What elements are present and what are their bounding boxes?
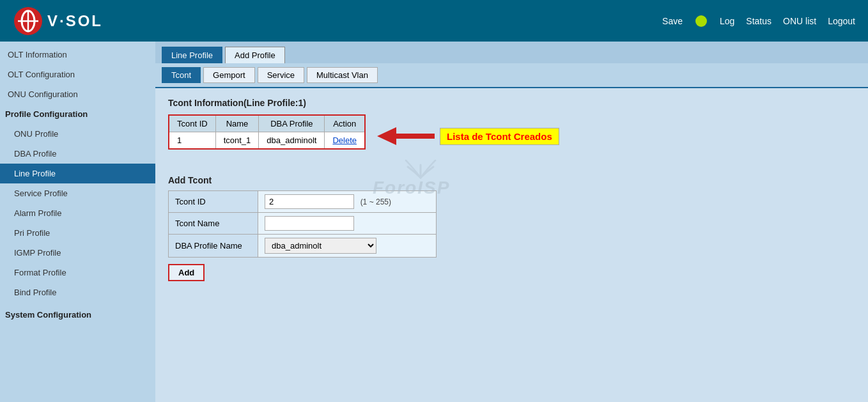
tab-add-profile[interactable]: Add Profile xyxy=(225,47,285,63)
cell-name: tcont_1 xyxy=(215,132,259,150)
header-nav: Log Status ONU list Logout xyxy=(720,16,855,26)
delete-link[interactable]: Delete xyxy=(332,135,357,145)
subtabs-bar: Tcont Gemport Service Multicast Vlan xyxy=(155,63,868,88)
annotation-label: Lista de Tcont Creados xyxy=(440,128,559,145)
save-button[interactable]: Save xyxy=(662,16,683,26)
status-indicator xyxy=(695,15,707,27)
top-tabs-bar: Line Profile Add Profile xyxy=(155,42,868,63)
add-tcont-title: Add Tcont xyxy=(168,175,855,185)
col-dba-profile: DBA Profile xyxy=(259,115,325,132)
sidebar-item-olt-information[interactable]: OLT Information xyxy=(0,45,155,65)
col-action: Action xyxy=(325,115,365,132)
add-tcont-form: Tcont ID (1 ~ 255) Tcont Name DBA Pr xyxy=(168,190,437,258)
arrow-icon xyxy=(377,126,435,146)
cell-tcont-id: 1 xyxy=(169,132,215,150)
annotation-group: Lista de Tcont Creados xyxy=(377,126,559,146)
sidebar-item-onu-profile[interactable]: ONU Profile xyxy=(0,124,155,144)
col-name: Name xyxy=(215,115,259,132)
sidebar-item-system-configuration[interactable]: System Configuration xyxy=(0,305,155,325)
log-link[interactable]: Log xyxy=(720,16,734,26)
form-row-tcont-id: Tcont ID (1 ~ 255) xyxy=(169,191,437,213)
tcont-info-title: Tcont Information(Line Profile:1) xyxy=(168,98,855,108)
subtab-tcont[interactable]: Tcont xyxy=(162,67,201,83)
sidebar-item-dba-profile[interactable]: DBA Profile xyxy=(0,144,155,164)
table-row: 1 tcont_1 dba_adminolt Delete xyxy=(169,132,365,150)
tcont-table: Tcont ID Name DBA Profile Action 1 tcont… xyxy=(168,114,366,150)
cell-dba-profile-select: dba_adminolt xyxy=(258,235,437,258)
sidebar: OLT Information OLT Configuration ONU Co… xyxy=(0,42,155,402)
brand-text: V·SOL xyxy=(47,12,103,30)
cell-tcont-id-input: (1 ~ 255) xyxy=(258,191,437,213)
status-link[interactable]: Status xyxy=(746,16,771,26)
label-tcont-name: Tcont Name xyxy=(169,213,258,235)
tcont-id-range-hint: (1 ~ 255) xyxy=(360,197,391,206)
vsol-logo-icon xyxy=(13,6,43,36)
sidebar-item-onu-configuration[interactable]: ONU Configuration xyxy=(0,84,155,104)
label-dba-profile-name: DBA Profile Name xyxy=(169,235,258,258)
onu-list-link[interactable]: ONU list xyxy=(783,16,816,26)
main-layout: OLT Information OLT Configuration ONU Co… xyxy=(0,42,868,402)
tcont-id-input[interactable] xyxy=(265,194,354,209)
sidebar-item-igmp-profile[interactable]: IGMP Profile xyxy=(0,243,155,263)
header: V·SOL Save Log Status ONU list Logout xyxy=(0,0,868,42)
sidebar-item-alarm-profile[interactable]: Alarm Profile xyxy=(0,203,155,223)
sidebar-item-bind-profile[interactable]: Bind Profile xyxy=(0,282,155,302)
add-button[interactable]: Add xyxy=(168,264,205,281)
subtab-multicast-vlan[interactable]: Multicast Vlan xyxy=(307,67,378,83)
svg-marker-4 xyxy=(377,127,435,145)
cell-tcont-name-input xyxy=(258,213,437,235)
tcont-name-input[interactable] xyxy=(265,216,354,231)
cell-dba-profile: dba_adminolt xyxy=(259,132,325,150)
sidebar-section-profile: Profile Configuration xyxy=(0,104,155,124)
form-row-dba-profile: DBA Profile Name dba_adminolt xyxy=(169,235,437,258)
col-tcont-id: Tcont ID xyxy=(169,115,215,132)
subtab-gemport[interactable]: Gemport xyxy=(203,67,255,83)
form-row-tcont-name: Tcont Name xyxy=(169,213,437,235)
sidebar-item-line-profile[interactable]: Line Profile xyxy=(0,164,155,183)
content-area: Tcont Information(Line Profile:1) Tcont … xyxy=(155,88,868,291)
logo-area: V·SOL xyxy=(13,6,103,36)
sidebar-item-format-profile[interactable]: Format Profile xyxy=(0,263,155,282)
logout-link[interactable]: Logout xyxy=(828,16,855,26)
dba-profile-select[interactable]: dba_adminolt xyxy=(265,238,376,254)
header-right: Save Log Status ONU list Logout xyxy=(662,15,855,27)
subtab-service[interactable]: Service xyxy=(258,67,304,83)
sidebar-item-service-profile[interactable]: Service Profile xyxy=(0,183,155,203)
cell-action: Delete xyxy=(325,132,365,150)
main-content: Line Profile Add Profile Tcont Gemport S… xyxy=(155,42,868,402)
tab-line-profile[interactable]: Line Profile xyxy=(162,47,222,63)
sidebar-item-pri-profile[interactable]: Pri Profile xyxy=(0,223,155,243)
sidebar-item-olt-configuration[interactable]: OLT Configuration xyxy=(0,65,155,84)
label-tcont-id: Tcont ID xyxy=(169,191,258,213)
